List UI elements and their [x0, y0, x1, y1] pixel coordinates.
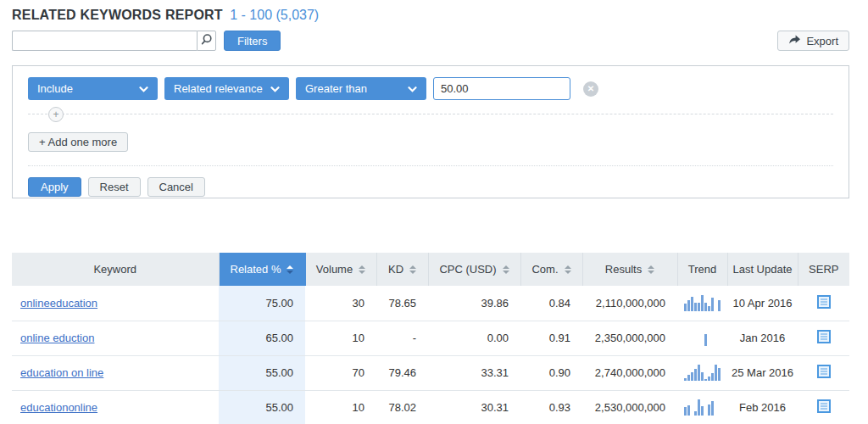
trend-sparkline — [684, 399, 721, 416]
page-header: RELATED KEYWORDS REPORT 1 - 100 (5,037) — [12, 8, 849, 23]
search-button[interactable] — [197, 31, 216, 51]
filter-metric-dropdown[interactable]: Related relevance — [164, 77, 289, 100]
filter-rule-row: Include Related relevance Greater than ✕ — [28, 77, 833, 100]
column-label: Keyword — [93, 263, 136, 276]
serp-icon — [817, 365, 831, 381]
search-group — [12, 31, 216, 51]
sort-icon — [565, 265, 571, 274]
filter-operator-dropdown[interactable]: Greater than — [296, 77, 426, 100]
filter-metric-value: Related relevance — [174, 82, 263, 95]
column-header-serp: SERP — [798, 253, 849, 286]
volume-cell: 70 — [305, 355, 376, 390]
serp-button[interactable] — [817, 365, 831, 381]
sort-icon — [409, 265, 416, 274]
apply-button[interactable]: Apply — [28, 177, 81, 197]
export-arrow-icon — [788, 35, 801, 47]
filters-button[interactable]: Filters — [224, 31, 281, 51]
com-cell: 0.90 — [520, 355, 582, 390]
column-label: SERP — [809, 263, 838, 276]
column-header-related[interactable]: Related % — [219, 253, 305, 286]
cpc-cell: 30.31 — [428, 390, 520, 424]
results-cell: 2,740,000,000 — [582, 355, 677, 390]
reset-button[interactable]: Reset — [88, 177, 141, 197]
column-label: CPC (USD) — [439, 263, 496, 276]
table-row: education on line 55.00 70 79.46 33.31 0… — [12, 355, 849, 390]
table-header-row: Keyword Related % Volume KD CPC (USD) — [12, 253, 849, 286]
column-label: Results — [605, 263, 642, 276]
column-label: Trend — [688, 263, 716, 276]
related-keywords-report-page: RELATED KEYWORDS REPORT 1 - 100 (5,037) … — [12, 8, 849, 424]
add-filter-inline-button[interactable]: + — [48, 107, 64, 122]
last-update-cell: 25 Mar 2016 — [727, 355, 798, 390]
keyword-link[interactable]: education on line — [20, 366, 103, 379]
serp-button[interactable] — [817, 399, 831, 416]
column-label: KD — [388, 263, 403, 276]
add-one-more-button[interactable]: + Add one more — [28, 132, 128, 152]
table-row: educationonline 55.00 10 78.02 30.31 0.9… — [12, 390, 849, 424]
trend-sparkline — [684, 295, 721, 311]
remove-filter-button[interactable]: ✕ — [583, 81, 598, 97]
column-header-results[interactable]: Results — [582, 253, 677, 286]
column-header-com[interactable]: Com. — [520, 253, 582, 286]
export-button[interactable]: Export — [777, 31, 849, 51]
table-row: online eduction 65.00 10 - 0.00 0.91 2,3… — [12, 321, 849, 355]
serp-button[interactable] — [817, 330, 831, 346]
add-filter-divider: + — [28, 114, 833, 114]
cpc-cell: 39.86 — [428, 286, 520, 321]
sort-icon — [648, 265, 654, 274]
column-header-cpc[interactable]: CPC (USD) — [428, 253, 520, 286]
column-label: Volume — [316, 263, 353, 276]
kd-cell: 78.65 — [376, 286, 428, 321]
page-title: RELATED KEYWORDS REPORT — [12, 8, 223, 22]
volume-cell: 10 — [305, 321, 376, 355]
keyword-link[interactable]: online eduction — [20, 332, 94, 344]
kd-cell: - — [376, 321, 428, 355]
close-icon: ✕ — [587, 84, 594, 93]
result-count: 1 - 100 (5,037) — [230, 8, 319, 22]
panel-separator — [28, 165, 833, 166]
column-header-kd[interactable]: KD — [376, 253, 428, 286]
volume-cell: 10 — [305, 390, 376, 424]
column-label: Last Update — [732, 263, 792, 276]
column-label: Related % — [231, 263, 281, 276]
keyword-link[interactable]: educationonline — [20, 401, 97, 414]
chevron-down-icon — [408, 82, 417, 95]
cpc-cell: 0.00 — [428, 321, 520, 355]
volume-cell: 30 — [305, 286, 376, 321]
cpc-cell: 33.31 — [428, 355, 520, 390]
column-header-trend: Trend — [677, 253, 727, 286]
sort-icon — [287, 265, 293, 274]
toolbar: Filters Export — [12, 31, 849, 51]
kd-cell: 78.02 — [376, 390, 428, 424]
filter-operator-value: Greater than — [305, 82, 367, 95]
table-row: onlineeducation 75.00 30 78.65 39.86 0.8… — [12, 286, 849, 321]
serp-icon — [817, 295, 831, 311]
serp-icon — [817, 330, 831, 346]
results-cell: 2,530,000,000 — [582, 390, 677, 424]
serp-icon — [817, 399, 831, 416]
related-cell: 55.00 — [219, 390, 305, 424]
column-label: Com. — [531, 263, 558, 276]
chevron-down-icon — [270, 82, 280, 95]
last-update-cell: 10 Apr 2016 — [727, 286, 798, 321]
panel-actions: Apply Reset Cancel — [28, 177, 833, 197]
keyword-link[interactable]: onlineeducation — [20, 297, 97, 310]
filter-scope-dropdown[interactable]: Include — [28, 77, 158, 100]
com-cell: 0.84 — [520, 286, 582, 321]
related-cell: 75.00 — [219, 286, 305, 321]
sort-icon — [503, 265, 509, 274]
filter-value-input[interactable] — [433, 77, 570, 100]
cancel-button[interactable]: Cancel — [147, 177, 205, 197]
column-header-volume[interactable]: Volume — [305, 253, 376, 286]
last-update-cell: Feb 2016 — [727, 390, 798, 424]
column-header-last-update: Last Update — [727, 253, 798, 286]
last-update-cell: Jan 2016 — [727, 321, 798, 355]
results-cell: 2,350,000,000 — [582, 321, 677, 355]
filter-scope-value: Include — [37, 82, 73, 95]
search-input[interactable] — [12, 31, 197, 51]
trend-sparkline — [684, 365, 721, 381]
com-cell: 0.91 — [520, 321, 582, 355]
sort-icon — [359, 265, 365, 274]
serp-button[interactable] — [817, 295, 831, 311]
results-cell: 2,110,000,000 — [582, 286, 677, 321]
